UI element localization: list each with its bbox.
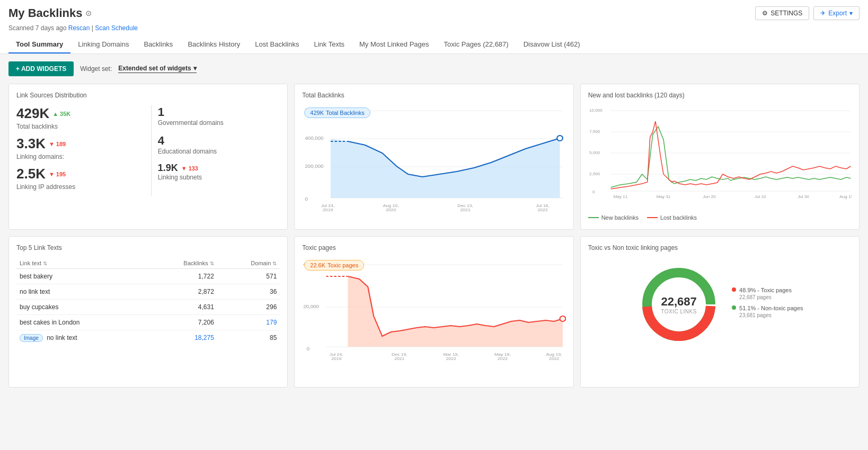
tab-backlinks[interactable]: Backlinks — [136, 36, 180, 53]
chart-legend: New backlinks Lost backlinks — [588, 214, 852, 221]
scan-info: Scanned 7 days ago Rescan | Scan Schedul… — [8, 24, 860, 32]
gov-domains-label: Governmental domains — [158, 119, 280, 127]
domain-cell: 85 — [217, 330, 280, 346]
image-badge: Image — [20, 334, 43, 342]
toxic-pages-title: Toxic pages — [302, 244, 565, 251]
svg-text:2022: 2022 — [549, 356, 560, 361]
rescan-link[interactable]: Rescan — [68, 24, 90, 32]
link-sources-widget: Link Sources Distribution 429K ▲ 35K Tot… — [8, 84, 288, 230]
tab-tool-summary[interactable]: Tool Summary — [8, 36, 70, 53]
linking-domains-label: Linking domains: — [16, 153, 146, 160]
new-lost-backlinks-widget: New and lost backlinks (120 days) 10,000… — [580, 84, 860, 230]
settings-label: SETTINGS — [770, 10, 802, 17]
export-icon: ✈ — [820, 10, 826, 17]
title-text: My Backlinks — [8, 6, 82, 20]
svg-text:5,000: 5,000 — [589, 150, 600, 155]
total-backlinks-widget: Total Backlinks 429K Total Backlinks 600… — [294, 84, 573, 230]
svg-text:2022: 2022 — [538, 207, 548, 211]
col-backlinks[interactable]: Backlinks ⇅ — [146, 258, 217, 269]
top-link-texts-widget: Top 5 Link Texts Link text ⇅ Backlinks ⇅… — [8, 236, 288, 388]
domain-cell: 36 — [217, 284, 280, 300]
table-row: best bakery 1,722 571 — [16, 269, 280, 284]
nontoxic-legend-label: 51.1% - Non-toxic pages — [739, 304, 803, 312]
top-link-texts-title: Top 5 Link Texts — [16, 244, 280, 251]
svg-text:Aug 19: Aug 19 — [839, 194, 852, 199]
tab-disavow-list[interactable]: Disavow List (462) — [516, 36, 588, 53]
donut-center-value: 22,687 — [661, 295, 697, 309]
table-row: Image no link text 18,275 85 — [16, 330, 280, 346]
lost-backlinks-legend: Lost backlinks — [660, 214, 697, 221]
svg-text:7,500: 7,500 — [589, 129, 600, 134]
gov-domains-value: 1 — [158, 105, 280, 119]
linking-domains-value: 3.3K ▼ 189 — [16, 136, 146, 152]
total-backlinks-badge: 429K Total Backlinks — [304, 107, 370, 118]
scan-schedule-link[interactable]: Scan Schedule — [95, 24, 138, 32]
edu-domains-label: Educational domains — [158, 148, 280, 155]
settings-button[interactable]: ⚙ SETTINGS — [755, 6, 809, 20]
tab-toxic-pages[interactable]: Toxic Pages (22,687) — [437, 36, 516, 53]
linking-subnets-label: Linking subnets — [158, 174, 280, 181]
svg-text:Jun 20: Jun 20 — [703, 194, 716, 199]
svg-point-41 — [560, 316, 566, 321]
backlinks-cell: 18,275 — [146, 330, 217, 346]
widget-set-selector[interactable]: Extended set of widgets ▾ — [118, 65, 196, 73]
svg-text:0: 0 — [307, 346, 309, 352]
export-label: Export — [828, 10, 847, 17]
table-row: best cakes in London 7,206 179 — [16, 315, 280, 330]
svg-text:May 31: May 31 — [656, 194, 670, 199]
tab-most-linked-pages[interactable]: My Most Linked Pages — [352, 36, 437, 53]
domain-cell: 571 — [217, 269, 280, 284]
col-link-text[interactable]: Link text ⇅ — [16, 258, 146, 269]
tab-lost-backlinks[interactable]: Lost Backlinks — [247, 36, 306, 53]
settings-icon: ⚙ — [762, 10, 768, 17]
svg-text:2019: 2019 — [332, 356, 342, 361]
total-backlinks-value: 429K ▲ 35K — [16, 105, 146, 122]
link-text-cell: Image no link text — [16, 330, 146, 346]
export-button[interactable]: ✈ Export ▾ — [813, 6, 860, 20]
linking-ip-value: 2.5K ▼ 195 — [16, 166, 146, 182]
svg-text:20,000: 20,000 — [303, 304, 319, 309]
svg-text:2021: 2021 — [395, 356, 405, 361]
linking-ip-label: Linking IP addresses — [16, 183, 146, 191]
svg-text:Jul 30: Jul 30 — [798, 194, 809, 199]
nontoxic-legend-sublabel: 23,681 pages — [739, 312, 803, 318]
svg-text:10,000: 10,000 — [589, 108, 603, 113]
tab-backlinks-history[interactable]: Backlinks History — [180, 36, 247, 53]
nav-tabs: Tool Summary Linking Domains Backlinks B… — [8, 36, 860, 53]
tab-linking-domains[interactable]: Linking Domains — [70, 36, 136, 53]
table-row: buy cupcakes 4,631 296 — [16, 300, 280, 315]
link-text-cell: buy cupcakes — [16, 300, 146, 315]
toxic-vs-nontoxic-title: Toxic vs Non toxic linking pages — [588, 244, 852, 251]
add-widgets-button[interactable]: + ADD WIDGETS — [8, 61, 74, 76]
chevron-down-icon: ▾ — [849, 10, 853, 17]
linking-subnets-value: 1.9K ▼ 133 — [158, 163, 280, 174]
svg-text:2021: 2021 — [460, 207, 471, 211]
svg-text:400,000: 400,000 — [305, 136, 324, 141]
toxic-vs-nontoxic-widget: Toxic vs Non toxic linking pages 22,687 … — [580, 236, 860, 388]
donut-legend: 48.9% - Toxic pages 22,687 pages 51.1% -… — [732, 286, 803, 323]
svg-text:May 11: May 11 — [613, 194, 627, 199]
svg-text:0: 0 — [592, 190, 595, 194]
svg-point-9 — [557, 136, 563, 141]
link-texts-table: Link text ⇅ Backlinks ⇅ Domain ⇅ best ba… — [16, 258, 280, 345]
link-text-cell: best bakery — [16, 269, 146, 284]
total-backlinks-label: Total backlinks — [16, 123, 146, 130]
table-row: no link text 2,872 36 — [16, 284, 280, 300]
new-lost-title: New and lost backlinks (120 days) — [588, 92, 852, 99]
page-title: My Backlinks ⊙ — [8, 6, 92, 20]
svg-text:0: 0 — [305, 196, 308, 202]
toxic-pages-badge: 22.6K Toxic pages — [304, 260, 364, 271]
link-text-cell: no link text — [16, 284, 146, 300]
widget-set-label: Widget set: — [80, 65, 112, 73]
chevron-down-icon: ▾ — [193, 65, 197, 72]
help-icon[interactable]: ⊙ — [85, 9, 92, 17]
toxic-legend-sublabel: 22,687 pages — [739, 294, 792, 300]
link-sources-title: Link Sources Distribution — [16, 92, 280, 99]
col-domain[interactable]: Domain ⇅ — [217, 258, 280, 269]
svg-text:2019: 2019 — [323, 207, 333, 211]
tab-link-texts[interactable]: Link Texts — [306, 36, 352, 53]
widget-set-value-text: Extended set of widgets — [118, 65, 191, 72]
svg-text:2020: 2020 — [386, 207, 396, 211]
svg-text:2022: 2022 — [446, 356, 457, 361]
backlinks-cell: 1,722 — [146, 269, 217, 284]
